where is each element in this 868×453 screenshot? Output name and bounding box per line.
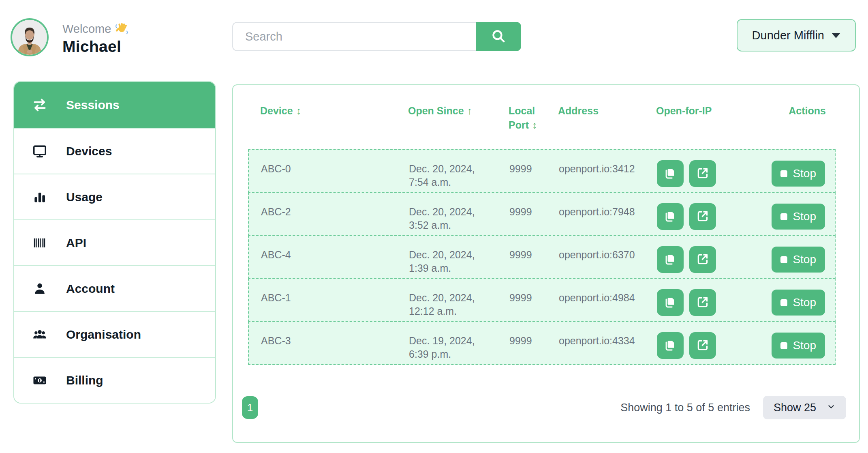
open-session-button[interactable] [689, 332, 716, 359]
column-label: Actions [789, 105, 826, 116]
person-icon [32, 281, 47, 296]
copy-link-button[interactable] [657, 160, 684, 187]
search-button[interactable] [476, 22, 521, 51]
open-since-cell: Dec. 20, 2024, 3:52 a.m. [409, 205, 484, 235]
sidebar-item-organisation[interactable]: Organisation [14, 311, 215, 357]
stop-button-label: Stop [793, 339, 816, 352]
column-label: Open-for-IP [656, 105, 712, 116]
column-label: Device [260, 105, 293, 116]
device-cell: ABC-1 [261, 291, 409, 321]
people-icon [32, 327, 47, 342]
sidebar-item-billing[interactable]: Billing [14, 357, 215, 403]
device-cell: ABC-4 [261, 248, 409, 278]
open-session-button[interactable] [689, 160, 716, 187]
column-header-address: Address [558, 104, 656, 149]
table-row: ABC-0 Dec. 20, 2024, 7:54 a.m. 9999 open… [248, 149, 836, 193]
search-group [232, 22, 521, 51]
local-port-cell: 9999 [509, 248, 559, 278]
barcode-icon [32, 235, 47, 251]
sidebar-item-sessions[interactable]: Sessions [14, 82, 215, 128]
stop-icon [780, 256, 787, 263]
external-link-icon [696, 209, 710, 224]
open-session-button[interactable] [689, 289, 716, 316]
page-size-select[interactable]: Show 25 [763, 396, 846, 419]
local-port-cell: 9999 [509, 334, 559, 364]
pagination: 1 Showing 1 to 5 of 5 entries Show 25 [242, 396, 846, 419]
username: Michael [62, 38, 128, 56]
table-body: ABC-0 Dec. 20, 2024, 7:54 a.m. 9999 open… [248, 149, 859, 365]
caret-down-icon [832, 33, 840, 38]
external-link-icon [696, 338, 710, 353]
welcome-block: Welcome Mic [62, 22, 128, 56]
copy-link-button[interactable] [657, 246, 684, 273]
address-cell: openport.io:4984 [559, 291, 657, 321]
copy-link-button[interactable] [657, 332, 684, 359]
table-row: ABC-3 Dec. 19, 2024, 6:39 p.m. 9999 open… [248, 321, 836, 365]
sessions-dashboard: Welcome Mic [0, 0, 868, 453]
open-since-cell: Dec. 20, 2024, 1:39 a.m. [409, 248, 484, 278]
welcome-text: Welcome [62, 22, 111, 36]
stop-button-label: Stop [793, 296, 816, 309]
sort-arrow-icon: ↑ [467, 105, 472, 116]
column-header-open-since[interactable]: Open Since↑ [408, 104, 509, 149]
sidebar-item-label: API [66, 236, 86, 250]
open-for-ip-cell [657, 289, 762, 321]
table-header-row: Device↕Open Since↑Local Port↕AddressOpen… [248, 85, 836, 149]
chevron-down-icon [827, 401, 836, 414]
open-session-button[interactable] [689, 246, 716, 273]
showing-entries-text: Showing 1 to 5 of 5 entries [620, 401, 750, 414]
open-for-ip-cell [657, 203, 762, 235]
sidebar-item-label: Devices [66, 144, 112, 158]
stop-session-button[interactable]: Stop [772, 161, 825, 187]
banknote-icon [32, 373, 47, 388]
external-link-icon [696, 166, 710, 181]
stop-session-button[interactable]: Stop [772, 247, 825, 273]
column-header-actions: Actions [761, 104, 826, 149]
sidebar: Sessions Devices Usage API Account Organ… [13, 81, 216, 404]
monitor-icon [32, 144, 47, 159]
sort-arrow-icon: ↕ [532, 119, 537, 131]
stop-button-label: Stop [793, 210, 816, 223]
column-header-local-port[interactable]: Local Port↕ [509, 104, 558, 149]
copy-link-button[interactable] [657, 289, 684, 316]
stop-icon [780, 342, 787, 349]
actions-cell: Stop [762, 247, 825, 278]
stop-session-button[interactable]: Stop [772, 290, 825, 316]
copy-icon [663, 252, 677, 267]
open-for-ip-cell [657, 246, 762, 278]
column-label: Local Port [509, 105, 535, 131]
stop-session-button[interactable]: Stop [772, 204, 825, 230]
copy-link-button[interactable] [657, 203, 684, 230]
local-port-cell: 9999 [509, 291, 559, 321]
sessions-card: Device↕Open Since↑Local Port↕AddressOpen… [232, 84, 860, 443]
sidebar-item-label: Billing [66, 374, 103, 387]
copy-icon [663, 166, 677, 181]
column-header-device[interactable]: Device↕ [260, 104, 408, 149]
bar-chart-icon [32, 189, 47, 205]
page-1-button[interactable]: 1 [242, 396, 258, 419]
device-cell: ABC-3 [261, 334, 409, 364]
address-cell: openport.io:3412 [559, 162, 657, 192]
search-input[interactable] [232, 22, 476, 51]
copy-icon [663, 209, 677, 224]
stop-icon [780, 299, 787, 306]
avatar-portrait [12, 20, 47, 55]
sidebar-item-usage[interactable]: Usage [14, 174, 215, 219]
organisation-switcher-button[interactable]: Dunder Mifflin [737, 19, 856, 52]
sidebar-item-account[interactable]: Account [14, 265, 215, 311]
sidebar-item-api[interactable]: API [14, 219, 215, 265]
exchange-icon [32, 97, 47, 113]
sidebar-item-label: Usage [66, 190, 103, 204]
sidebar-item-label: Account [66, 282, 115, 296]
sidebar-item-devices[interactable]: Devices [14, 128, 215, 174]
device-cell: ABC-0 [261, 162, 409, 192]
sort-arrow-icon: ↕ [296, 105, 301, 116]
open-session-button[interactable] [689, 203, 716, 230]
device-cell: ABC-2 [261, 205, 409, 235]
column-header-open-for-ip: Open-for-IP [656, 104, 761, 149]
table-row: ABC-2 Dec. 20, 2024, 3:52 a.m. 9999 open… [248, 192, 836, 236]
local-port-cell: 9999 [509, 205, 559, 235]
stop-session-button[interactable]: Stop [772, 333, 825, 359]
stop-button-label: Stop [793, 253, 816, 266]
open-for-ip-cell [657, 332, 762, 364]
